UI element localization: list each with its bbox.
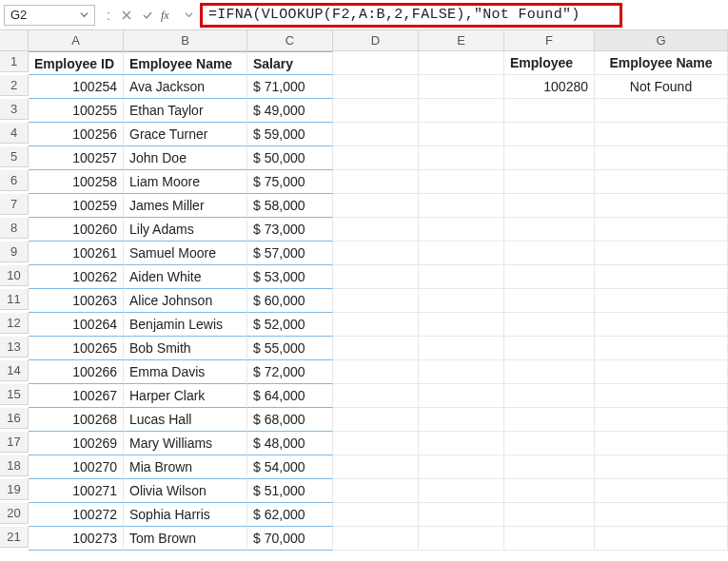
- cell[interactable]: [595, 123, 728, 146]
- cell[interactable]: Mia Brown: [124, 455, 247, 479]
- cell-D1[interactable]: [333, 51, 419, 75]
- cell[interactable]: Emma Davis: [124, 360, 247, 384]
- cell[interactable]: Lucas Hall: [124, 408, 247, 432]
- row-header[interactable]: 9: [0, 242, 29, 262]
- cell[interactable]: [504, 194, 595, 218]
- cell-E2[interactable]: [419, 75, 504, 99]
- cell[interactable]: Liam Moore: [124, 170, 247, 194]
- cell[interactable]: [333, 479, 419, 503]
- cell[interactable]: [595, 479, 728, 503]
- row-header[interactable]: 16: [0, 408, 29, 429]
- row-header[interactable]: 4: [0, 123, 29, 144]
- row-header[interactable]: 18: [0, 455, 29, 476]
- cell[interactable]: Grace Turner: [124, 123, 247, 146]
- cell[interactable]: [504, 503, 595, 527]
- cell-E1[interactable]: [419, 51, 504, 75]
- cell[interactable]: [595, 337, 728, 360]
- cell[interactable]: [504, 384, 595, 408]
- cell[interactable]: 100272: [29, 503, 124, 527]
- cell[interactable]: 100262: [29, 265, 124, 289]
- cell[interactable]: Aiden White: [124, 265, 247, 289]
- fx-icon[interactable]: fx: [158, 5, 179, 26]
- cell[interactable]: Lily Adams: [124, 218, 247, 242]
- cell[interactable]: [595, 360, 728, 384]
- cell[interactable]: [419, 313, 504, 337]
- cell[interactable]: 100271: [29, 479, 124, 503]
- row-header[interactable]: 5: [0, 146, 29, 167]
- cell[interactable]: [333, 265, 419, 289]
- cell[interactable]: [419, 146, 504, 170]
- cell-A1[interactable]: Employee ID: [29, 51, 124, 75]
- cell[interactable]: Sophia Harris: [124, 503, 247, 527]
- cell[interactable]: [419, 218, 504, 242]
- cell[interactable]: Mary Williams: [124, 432, 247, 455]
- cell[interactable]: [419, 408, 504, 432]
- col-header-D[interactable]: D: [333, 30, 419, 51]
- cell[interactable]: [419, 289, 504, 313]
- cell-B2[interactable]: Ava Jackson: [124, 75, 247, 99]
- cell[interactable]: 100267: [29, 384, 124, 408]
- col-header-F[interactable]: F: [504, 30, 595, 51]
- cell[interactable]: [595, 503, 728, 527]
- row-header[interactable]: 12: [0, 313, 29, 334]
- cell[interactable]: [419, 194, 504, 218]
- cell[interactable]: [504, 527, 595, 551]
- cell[interactable]: 100256: [29, 123, 124, 146]
- cell[interactable]: [419, 432, 504, 455]
- spreadsheet-grid[interactable]: A B C D E F G 1 Employee ID Employee Nam…: [0, 30, 728, 551]
- cell[interactable]: [419, 242, 504, 265]
- cell[interactable]: [504, 265, 595, 289]
- cell[interactable]: $ 50,000: [247, 146, 333, 170]
- cell[interactable]: Tom Brown: [124, 527, 247, 551]
- cell[interactable]: $ 70,000: [247, 527, 333, 551]
- col-header-A[interactable]: A: [29, 30, 124, 51]
- cell[interactable]: [419, 503, 504, 527]
- cell[interactable]: [333, 289, 419, 313]
- cell-G2[interactable]: Not Found: [595, 75, 728, 99]
- row-header[interactable]: 13: [0, 337, 29, 358]
- row-header[interactable]: 17: [0, 432, 29, 453]
- select-all-corner[interactable]: [0, 30, 29, 51]
- cell[interactable]: [595, 99, 728, 123]
- cell[interactable]: 100273: [29, 527, 124, 551]
- cell[interactable]: [595, 313, 728, 337]
- row-header[interactable]: 1: [0, 51, 29, 72]
- chevron-down-icon[interactable]: [80, 10, 89, 19]
- cell[interactable]: Benjamin Lewis: [124, 313, 247, 337]
- cell[interactable]: 100269: [29, 432, 124, 455]
- cell[interactable]: [333, 360, 419, 384]
- cell[interactable]: $ 49,000: [247, 99, 333, 123]
- cell[interactable]: [333, 194, 419, 218]
- cell[interactable]: [419, 360, 504, 384]
- row-header[interactable]: 7: [0, 194, 29, 215]
- cell[interactable]: [419, 455, 504, 479]
- cell[interactable]: [504, 408, 595, 432]
- cell[interactable]: 100264: [29, 313, 124, 337]
- row-header[interactable]: 11: [0, 289, 29, 310]
- cell[interactable]: [595, 146, 728, 170]
- cell[interactable]: [504, 455, 595, 479]
- cell[interactable]: [333, 99, 419, 123]
- row-header[interactable]: 6: [0, 170, 29, 191]
- cell[interactable]: [595, 242, 728, 265]
- cell-F2[interactable]: 100280: [504, 75, 595, 99]
- cell[interactable]: [419, 384, 504, 408]
- cell[interactable]: [419, 527, 504, 551]
- row-header[interactable]: 2: [0, 75, 29, 96]
- cell[interactable]: $ 53,000: [247, 265, 333, 289]
- cell[interactable]: [595, 527, 728, 551]
- row-header[interactable]: 21: [0, 527, 29, 548]
- cell[interactable]: [333, 432, 419, 455]
- cell[interactable]: [333, 170, 419, 194]
- cell[interactable]: [595, 384, 728, 408]
- row-header[interactable]: 3: [0, 99, 29, 120]
- cell[interactable]: Ethan Taylor: [124, 99, 247, 123]
- cell-D2[interactable]: [333, 75, 419, 99]
- cell[interactable]: Olivia Wilson: [124, 479, 247, 503]
- cell[interactable]: [595, 432, 728, 455]
- cell[interactable]: 100270: [29, 455, 124, 479]
- cell[interactable]: [504, 479, 595, 503]
- cell[interactable]: 100259: [29, 194, 124, 218]
- cell[interactable]: [419, 265, 504, 289]
- chevron-down-icon[interactable]: [179, 5, 200, 26]
